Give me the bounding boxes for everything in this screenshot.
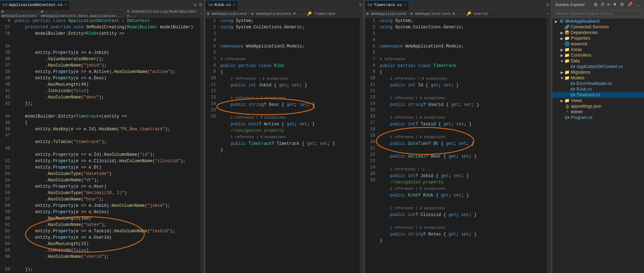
tree-label-rjob: RJob.cs xyxy=(576,87,592,92)
code-content-left: public partial class ApplicationDbContex… xyxy=(13,18,200,273)
breadcrumb-class-middle: 🔑 Timetrack xyxy=(307,11,335,16)
tree-arrow-migrations: ▶ xyxy=(559,70,564,74)
breadcrumb-project-right: ⊞ WebApplication3 xyxy=(366,11,406,16)
tree-label-migrations: Migrations xyxy=(571,70,590,75)
tree-icon-migrations: 📁 xyxy=(564,70,570,75)
tree-item-controllers[interactable]: ▶ 📁 Controllers xyxy=(552,52,644,58)
se-btn-settings[interactable]: ⚙ xyxy=(619,1,625,7)
tree-icon-cs: 🔗 xyxy=(564,24,570,29)
tree-item-views[interactable]: ▶ 📁 Views xyxy=(552,98,644,103)
tree-arrow-deps: ▶ xyxy=(559,31,564,35)
editor-panel-right: C# Timetrack.cs × ⚙ ⊞ WebApplication3 › … xyxy=(365,0,551,273)
editor-panel-left: C# ApplicationDbContext.cs × ⚙ ⧉ ⊞ WebAp… xyxy=(0,0,204,273)
tree-item-appdbcontext[interactable]: C# ApplicationDbContext.cs xyxy=(552,64,644,69)
se-btn-pin[interactable]: 📌 xyxy=(626,1,634,7)
tree-item-errorviewmodel[interactable]: C# ErrorViewModel.cs xyxy=(552,81,644,86)
tree-item-migrations[interactable]: ▶ 📁 Migrations xyxy=(552,69,644,75)
tab-bar-right: C# Timetrack.cs × ⚙ xyxy=(365,0,550,10)
tree-arrow-root: ▶ xyxy=(554,19,559,23)
tree-item-wwwroot[interactable]: 🌐 wwwroot xyxy=(552,41,644,47)
tree-item-models[interactable]: ▼ 📁 Models xyxy=(552,75,644,81)
tab-applicationdbcontext[interactable]: C# ApplicationDbContext.cs × xyxy=(0,0,70,10)
tree-label-errorviewmodel: ErrorViewModel.cs xyxy=(576,81,612,86)
tree-label-controllers: Controllers xyxy=(571,53,591,58)
breadcrumb-right: ⊞ WebApplication3 › ⊞ WebApplication3.M.… xyxy=(365,10,550,18)
breadcrumb-ns-middle: ⊞ WebApplication3.M... xyxy=(251,11,302,16)
se-btn-refresh[interactable]: ↺ xyxy=(599,1,605,7)
tree-icon-deps: 📦 xyxy=(564,30,570,35)
tree-item-rjob[interactable]: C# RJob.cs xyxy=(552,86,644,92)
cs-icon-left: C# xyxy=(3,3,7,7)
se-header: Solution Explorer ⊞ ↺ ≡ ▼ ⚙ 📌 … xyxy=(552,0,644,9)
tree-label-appsettings: appsettings.json xyxy=(571,104,602,109)
settings-icon-middle[interactable]: ⚙ xyxy=(358,2,363,7)
breadcrumb-project-middle: ⊞ WebApplication3 xyxy=(207,11,246,16)
tree-icon-data: 📁 xyxy=(564,58,570,63)
se-btn-search[interactable]: ⊞ xyxy=(593,1,599,7)
tree-label-areas: Areas xyxy=(571,47,582,52)
tree-icon-www: 🌐 xyxy=(564,41,570,46)
breadcrumb-ns-right: ⊞ WebApplication3.M... xyxy=(411,11,462,16)
tab-bar-left: C# ApplicationDbContext.cs × ⚙ ⧉ xyxy=(0,0,204,10)
scrollbar-left[interactable] xyxy=(200,18,204,273)
se-btn-filter[interactable]: ▼ xyxy=(611,1,618,7)
tree-item-properties[interactable]: ▶ 📁 Properties xyxy=(552,35,644,41)
tree-item-dependencies[interactable]: ▶ 📦 Dependencies xyxy=(552,30,644,35)
split-icon-left[interactable]: ⧉ xyxy=(198,2,204,7)
se-title: Solution Explorer xyxy=(555,2,585,7)
code-area-middle: 12345 678910 111213141516 using System; … xyxy=(205,18,363,273)
se-search-input[interactable] xyxy=(555,10,642,17)
tab-label-right: Timetrack.cs xyxy=(374,3,402,7)
tab-label-middle: RJob.cs xyxy=(215,3,231,7)
breadcrumb-project-left: ⊞ WebApplication3 xyxy=(1,9,36,18)
tree-arrow-data: ▼ xyxy=(559,59,564,63)
solution-explorer: Solution Explorer ⊞ ↺ ≡ ▼ ⚙ 📌 … ▶ 🏛 WebA… xyxy=(552,0,644,273)
tab-close-middle[interactable]: × xyxy=(233,3,235,7)
breadcrumb-left: ⊞ WebApplication3 › ⊞ WebApplication3.Da… xyxy=(0,10,204,18)
tree-item-dotnet[interactable]: • dotnet xyxy=(552,109,644,115)
scrollbar-middle[interactable] xyxy=(360,18,363,273)
tab-timetrack[interactable]: C# Timetrack.cs × xyxy=(365,0,409,10)
tree-item-appsettings[interactable]: {} appsettings.json xyxy=(552,103,644,109)
expand-icon-left[interactable]: + xyxy=(200,12,203,16)
cs-icon-right: C# xyxy=(368,3,372,7)
expand-icon-right[interactable]: + xyxy=(546,12,549,16)
scrollbar-right[interactable] xyxy=(547,18,550,273)
tree-label-wwwroot: wwwroot xyxy=(571,41,587,46)
settings-icon-left[interactable]: ⚙ xyxy=(192,2,198,8)
settings-icon-right[interactable]: ⚙ xyxy=(545,2,550,7)
code-area-left: 82728 343536373839 40414243 44454647 49 … xyxy=(0,18,204,273)
tree-label-root: WebApplication3 xyxy=(565,19,599,24)
tree-item-program[interactable]: C# Program.cs xyxy=(552,115,644,120)
tab-close-right[interactable]: × xyxy=(404,3,406,7)
se-tree: ▶ 🏛 WebApplication3 🔗 Connected Services… xyxy=(552,18,644,273)
tab-close-left[interactable]: × xyxy=(65,3,67,7)
tree-arrow-ctrl: ▶ xyxy=(559,53,564,57)
tree-item-areas[interactable]: ▶ 📁 Areas xyxy=(552,47,644,52)
tab-label-left: ApplicationDbContext.cs xyxy=(9,3,63,7)
tree-item-connected-services[interactable]: 🔗 Connected Services xyxy=(552,24,644,30)
tree-item-data[interactable]: ▼ 📁 Data xyxy=(552,58,644,64)
tree-item-timetrack[interactable]: C# Timetrack.cs xyxy=(552,92,644,98)
tree-icon-ctrl: 📁 xyxy=(564,53,570,58)
dotnet-icon: • xyxy=(564,109,570,114)
tree-item-root[interactable]: ▶ 🏛 WebApplication3 xyxy=(552,18,644,24)
tree-icon-root: 🏛 xyxy=(559,19,564,24)
line-numbers-middle: 12345 678910 111213141516 xyxy=(205,18,219,273)
se-toolbar: ⊞ ↺ ≡ ▼ ⚙ 📌 … xyxy=(593,1,641,7)
se-btn-collapse[interactable]: ≡ xyxy=(606,1,611,7)
tree-icon-models: 📁 xyxy=(564,75,570,80)
tab-rjob[interactable]: C# RJob.cs × xyxy=(205,0,238,10)
json-icon-appset: {} xyxy=(564,104,570,108)
tree-label-properties: Properties xyxy=(571,36,590,41)
tree-label-connected-services: Connected Services xyxy=(571,24,609,29)
tree-label-models: Models xyxy=(571,75,585,80)
cs-icon-middle: C# xyxy=(208,3,213,7)
tree-label-program: Program.cs xyxy=(571,115,592,120)
se-btn-more[interactable]: … xyxy=(634,1,641,7)
line-numbers-right: 12345 678910 1112131415 1617181920 21222… xyxy=(365,18,378,273)
breadcrumb-class-right: 🔑 Userid xyxy=(466,11,488,16)
line-numbers-left: 82728 343536373839 40414243 44454647 49 … xyxy=(0,18,13,273)
breadcrumb-method-left: ⊡ OnModelCreating(ModelBuilder n... xyxy=(127,9,198,18)
tree-arrow-models: ▼ xyxy=(559,76,564,80)
